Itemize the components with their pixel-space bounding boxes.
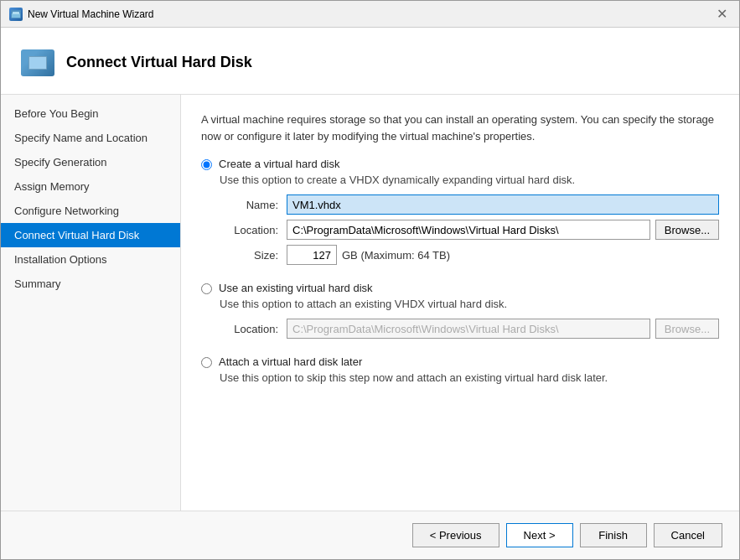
location-label: Location: <box>220 224 278 236</box>
sidebar: Before You Begin Specify Name and Locati… <box>1 95 181 511</box>
name-input[interactable] <box>287 194 719 215</box>
existing-location-label: Location: <box>220 323 278 335</box>
size-row: Size: GB (Maximum: 64 TB) <box>220 245 719 265</box>
size-label: Size: <box>220 249 278 262</box>
footer: < Previous Next > Finish Cancel <box>1 511 739 559</box>
option-attach-later-group: Attach a virtual hard disk later Use thi… <box>201 355 719 384</box>
use-existing-label[interactable]: Use an existing virtual hard disk <box>219 282 373 294</box>
create-new-description: Use this option to create a VHDX dynamic… <box>220 174 719 186</box>
option-create-new[interactable]: Create a virtual hard disk <box>201 158 719 170</box>
sidebar-item-installation-options[interactable]: Installation Options <box>1 247 180 272</box>
existing-browse-button[interactable]: Browse... <box>655 319 719 339</box>
radio-use-existing[interactable] <box>201 283 212 294</box>
close-button[interactable]: ✕ <box>713 6 731 23</box>
sidebar-item-configure-networking[interactable]: Configure Networking <box>1 199 180 223</box>
window-title: New Virtual Machine Wizard <box>28 8 154 20</box>
window-icon <box>9 8 23 21</box>
attach-later-label[interactable]: Attach a virtual hard disk later <box>219 355 362 368</box>
use-existing-description: Use this option to attach an existing VH… <box>220 298 719 310</box>
cancel-button[interactable]: Cancel <box>654 523 722 547</box>
size-unit: GB (Maximum: 64 TB) <box>342 249 450 262</box>
use-existing-fields: Location: Browse... <box>220 319 719 339</box>
sidebar-item-summary[interactable]: Summary <box>1 272 180 296</box>
page-title: Connect Virtual Hard Disk <box>66 54 252 71</box>
radio-attach-later[interactable] <box>201 357 212 368</box>
create-new-label[interactable]: Create a virtual hard disk <box>219 158 340 170</box>
content-area: Before You Begin Specify Name and Locati… <box>1 95 739 511</box>
location-input[interactable] <box>287 220 650 240</box>
option-create-new-group: Create a virtual hard disk Use this opti… <box>201 158 719 265</box>
title-bar: New Virtual Machine Wizard ✕ <box>1 1 739 28</box>
sidebar-item-assign-memory[interactable]: Assign Memory <box>1 174 180 199</box>
radio-create-new[interactable] <box>201 159 212 170</box>
option-attach-later[interactable]: Attach a virtual hard disk later <box>201 355 719 368</box>
svg-rect-2 <box>13 12 19 14</box>
next-button[interactable]: Next > <box>506 523 573 547</box>
name-row: Name: <box>220 194 719 215</box>
existing-location-input[interactable] <box>287 319 650 339</box>
finish-button[interactable]: Finish <box>580 523 647 547</box>
sidebar-item-specify-generation[interactable]: Specify Generation <box>1 150 180 174</box>
browse-button[interactable]: Browse... <box>655 220 719 240</box>
header: Connect Virtual Hard Disk <box>1 28 739 95</box>
create-new-fields: Name: Location: Browse... Size: <box>220 194 719 265</box>
existing-location-row: Location: Browse... <box>220 319 719 339</box>
header-icon <box>21 49 54 76</box>
sidebar-item-connect-vhd[interactable]: Connect Virtual Hard Disk <box>1 223 180 247</box>
attach-later-description: Use this option to skip this step now an… <box>220 371 719 384</box>
wizard-window: New Virtual Machine Wizard ✕ Connect Vir… <box>0 0 740 560</box>
sidebar-item-before-you-begin[interactable]: Before You Begin <box>1 101 180 126</box>
main-content: A virtual machine requires storage so th… <box>181 95 739 511</box>
description-text: A virtual machine requires storage so th… <box>201 111 719 144</box>
location-row: Location: Browse... <box>220 220 719 240</box>
option-use-existing[interactable]: Use an existing virtual hard disk <box>201 282 719 294</box>
previous-button[interactable]: < Previous <box>412 523 499 547</box>
name-label: Name: <box>220 199 278 211</box>
size-input[interactable] <box>287 245 337 265</box>
option-use-existing-group: Use an existing virtual hard disk Use th… <box>201 282 719 339</box>
sidebar-item-specify-name-location[interactable]: Specify Name and Location <box>1 126 180 150</box>
